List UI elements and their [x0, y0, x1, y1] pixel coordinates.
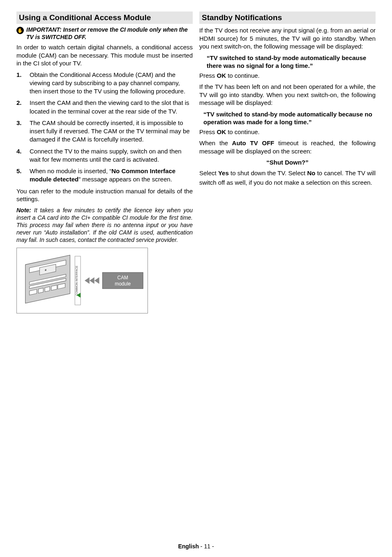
- note-body: It takes a few minutes to certify the li…: [16, 207, 193, 244]
- list-item: 1. Obtain the Conditional Access Module …: [16, 71, 193, 96]
- list-item: 4. Connect the TV to the mains supply, s…: [16, 147, 193, 164]
- ok-text: OK: [217, 72, 226, 79]
- step-number: 3.: [16, 119, 25, 144]
- press-ok-suffix: to continue.: [226, 128, 260, 135]
- section-heading-cam: Using a Conditional Access Module: [16, 12, 193, 24]
- step-text: Connect the TV to the mains supply, swit…: [30, 147, 193, 164]
- cam-diagram-svg: COMMON INTERFACE CAM module: [17, 248, 148, 313]
- standby-p2: If the TV has been left on and not been …: [199, 83, 376, 107]
- cam-diagram: COMMON INTERFACE CAM module: [16, 248, 148, 313]
- list-item: 5. When no module is inserted, “No Commo…: [16, 167, 193, 184]
- common-interface-label: COMMON INTERFACE: [75, 266, 78, 296]
- page-footer: English - 11 -: [0, 543, 392, 550]
- shutdown-msg: “Shut Down?”: [199, 158, 376, 167]
- step5-suffix: ” message appears on the screen.: [78, 176, 172, 183]
- intro-paragraph: In order to watch certain digital channe…: [16, 43, 193, 67]
- note-paragraph: Note: It takes a few minutes to certify …: [16, 207, 193, 244]
- svg-marker-13: [90, 278, 95, 284]
- auto-prefix: When the: [199, 139, 232, 146]
- step-text: Insert the CAM and then the viewing card…: [30, 99, 193, 116]
- step5-prefix: When no module is inserted, “: [30, 167, 111, 174]
- auto-tv-off: When the Auto TV OFF timeout is reached,…: [199, 139, 376, 155]
- press-ok-1: Press OK to continue.: [199, 72, 376, 80]
- steps-list: 1. Obtain the Conditional Access Module …: [16, 71, 193, 184]
- yes-text: Yes: [218, 169, 229, 176]
- step-text: Obtain the Conditional Access Module (CA…: [30, 71, 193, 96]
- step-number: 4.: [16, 147, 25, 164]
- list-item: 3. The CAM should be correctly inserted,…: [16, 119, 193, 144]
- footer-language: English: [178, 543, 199, 550]
- list-item: 2. Insert the CAM and then the viewing c…: [16, 99, 193, 116]
- left-column: Using a Conditional Access Module ✋ IMPO…: [16, 12, 193, 313]
- refer-paragraph: You can refer to the module instruction …: [16, 187, 193, 203]
- step-number: 5.: [16, 167, 25, 184]
- press-ok-prefix: Press: [199, 72, 217, 79]
- standby-p1: If the TV does not receive any input sig…: [199, 26, 376, 51]
- auto-bold: Auto TV OFF: [232, 139, 274, 146]
- no-text: No: [307, 169, 315, 176]
- standby-msg2: “TV switched to stand-by mode automatica…: [203, 110, 372, 126]
- step-number: 1.: [16, 71, 25, 96]
- ok-text: OK: [217, 128, 226, 135]
- svg-marker-12: [85, 278, 90, 284]
- step-text: The CAM should be correctly inserted, it…: [30, 119, 193, 144]
- footer-page: - 11 -: [199, 543, 214, 550]
- press-ok-prefix: Press: [199, 128, 217, 135]
- important-row: ✋ IMPORTANT: Insert or remove the CI mod…: [16, 26, 193, 41]
- svg-rect-8: [45, 287, 50, 292]
- right-column: Standby Notifications If the TV does not…: [199, 12, 376, 313]
- hand-icon: ✋: [16, 27, 24, 34]
- cam-label-2: module: [115, 281, 131, 287]
- press-ok-suffix: to continue.: [226, 72, 260, 79]
- note-label: Note:: [16, 207, 31, 214]
- press-ok-2: Press OK to continue.: [199, 128, 376, 136]
- svg-rect-7: [38, 288, 43, 293]
- section-heading-standby: Standby Notifications: [199, 12, 376, 24]
- shutdown-paragraph: Select Yes to shut down the TV. Select N…: [199, 168, 376, 188]
- step-text: When no module is inserted, “No Common I…: [30, 167, 193, 184]
- important-text: IMPORTANT: Insert or remove the CI modul…: [26, 26, 193, 41]
- step-number: 2.: [16, 99, 25, 116]
- standby-msg1: “TV switched to stand-by mode automatica…: [207, 54, 372, 70]
- svg-marker-14: [95, 278, 99, 284]
- p3-prefix: Select: [199, 169, 218, 176]
- cam-label-1: CAM: [118, 275, 128, 281]
- p3-mid: to shut down the TV. Select: [229, 169, 307, 176]
